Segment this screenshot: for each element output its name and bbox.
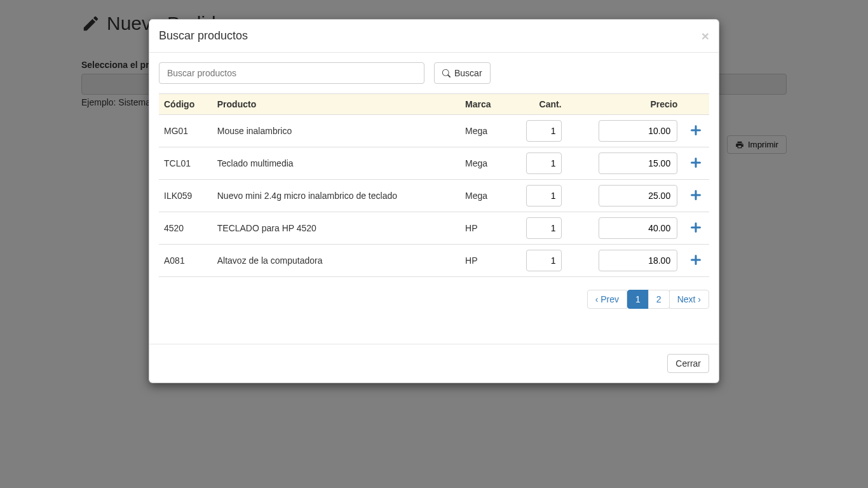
page-1[interactable]: 1	[627, 290, 649, 309]
col-product: Producto	[212, 94, 460, 115]
cell-product: TECLADO para HP 4520	[212, 212, 460, 245]
price-input[interactable]	[599, 120, 677, 142]
add-button[interactable]	[691, 190, 701, 202]
close-icon[interactable]: ×	[702, 29, 709, 43]
product-search-modal: Buscar productos × Buscar Código Product…	[149, 19, 719, 383]
plus-icon	[691, 255, 701, 265]
col-qty: Cant.	[507, 94, 567, 115]
page-2[interactable]: 2	[648, 290, 670, 309]
plus-icon	[691, 222, 701, 233]
plus-icon	[691, 158, 701, 168]
search-button[interactable]: Buscar	[434, 62, 491, 84]
modal-title: Buscar productos	[159, 29, 248, 43]
search-input[interactable]	[159, 62, 424, 84]
cell-code: 4520	[159, 212, 212, 245]
cell-code: MG01	[159, 115, 212, 147]
cell-product: Mouse inalambrico	[212, 115, 460, 147]
cell-brand: Mega	[460, 147, 507, 180]
add-button[interactable]	[691, 158, 701, 170]
table-row: ILK059Nuevo mini 2.4g micro inalambrico …	[159, 180, 709, 212]
col-code: Código	[159, 94, 212, 115]
page-prev[interactable]: ‹ Prev	[587, 290, 627, 309]
search-button-label: Buscar	[454, 68, 482, 78]
qty-input[interactable]	[526, 152, 562, 174]
products-table: Código Producto Marca Cant. Precio MG01M…	[159, 93, 709, 277]
add-button[interactable]	[691, 255, 701, 267]
qty-input[interactable]	[526, 120, 562, 142]
table-row: A081Altavoz de la computadoraHP	[159, 245, 709, 277]
plus-icon	[691, 190, 701, 200]
cell-code: ILK059	[159, 180, 212, 212]
price-input[interactable]	[599, 152, 677, 174]
cell-code: A081	[159, 245, 212, 277]
price-input[interactable]	[599, 250, 677, 271]
cell-brand: HP	[460, 212, 507, 245]
table-row: TCL01Teclado multimediaMega	[159, 147, 709, 180]
price-input[interactable]	[599, 217, 677, 239]
qty-input[interactable]	[526, 250, 562, 271]
table-row: MG01Mouse inalambricoMega	[159, 115, 709, 147]
plus-icon	[691, 125, 701, 135]
cell-code: TCL01	[159, 147, 212, 180]
search-icon	[442, 69, 451, 78]
table-row: 4520TECLADO para HP 4520HP	[159, 212, 709, 245]
cell-brand: HP	[460, 245, 507, 277]
col-brand: Marca	[460, 94, 507, 115]
price-input[interactable]	[599, 185, 677, 207]
cell-brand: Mega	[460, 180, 507, 212]
col-action	[682, 94, 709, 115]
cell-product: Teclado multimedia	[212, 147, 460, 180]
cell-product: Nuevo mini 2.4g micro inalambrico de tec…	[212, 180, 460, 212]
cell-product: Altavoz de la computadora	[212, 245, 460, 277]
close-button[interactable]: Cerrar	[667, 354, 709, 373]
add-button[interactable]	[691, 222, 701, 234]
col-price: Precio	[567, 94, 683, 115]
cell-brand: Mega	[460, 115, 507, 147]
qty-input[interactable]	[526, 185, 562, 207]
page-next[interactable]: Next ›	[669, 290, 709, 309]
add-button[interactable]	[691, 125, 701, 137]
pagination: ‹ Prev 12 Next ›	[159, 290, 709, 309]
qty-input[interactable]	[526, 217, 562, 239]
